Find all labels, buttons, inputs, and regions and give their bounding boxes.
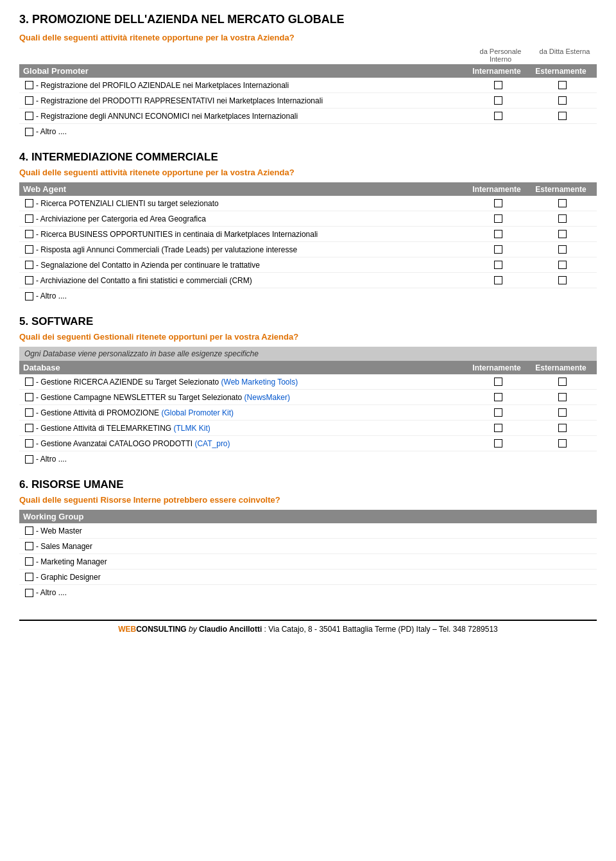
row-plain-4: - Gestione Avanzatai CATALOGO PRODOTTI: [36, 439, 194, 448]
table-row: - Registrazione del PRODOTTI RAPPRESENTA…: [19, 93, 597, 109]
section4-table: Web Agent Internamente Esternamente - Ri…: [19, 182, 597, 304]
wg-row: - Marketing Manager: [19, 554, 597, 570]
check-ext[interactable]: [530, 408, 594, 417]
checkbox[interactable]: [22, 112, 36, 120]
check-int[interactable]: [466, 261, 530, 269]
row-text: - Registrazione del PROFILO AZIENDALE ne…: [36, 81, 466, 90]
section4-question: Quali delle seguenti attività ritenete o…: [19, 168, 597, 177]
section6-table-title: Working Group: [23, 512, 593, 521]
row-text: - Segnalazione del Contatto in Azienda p…: [36, 261, 466, 270]
check-ext[interactable]: [530, 424, 594, 432]
wg-text: - Web Master: [36, 526, 594, 535]
check-int[interactable]: [466, 424, 530, 432]
section4-col-ext: Esternamente: [529, 185, 593, 194]
checkbox[interactable]: [22, 276, 36, 284]
check-int[interactable]: [466, 112, 530, 120]
table-row: - Gestione Campagne NEWSLETTER su Target…: [19, 390, 597, 405]
checkbox[interactable]: [22, 96, 36, 105]
checkbox[interactable]: [22, 526, 36, 535]
section3-title: 3. PROMOZIONE DELL'AZIENDA NEL MERCATO G…: [19, 13, 597, 26]
table-row: - Risposta agli Annunci Commerciali (Tra…: [19, 242, 597, 257]
checkbox[interactable]: [22, 439, 36, 448]
footer: WEBCONSULTING by Claudio Ancillotti : Vi…: [19, 620, 597, 634]
checkbox[interactable]: [22, 261, 36, 269]
check-ext[interactable]: [530, 199, 594, 207]
by-label: by: [189, 625, 199, 634]
footer-address: : Via Catajo, 8 - 35041 Battaglia Terme …: [264, 625, 498, 634]
checkbox[interactable]: [22, 199, 36, 207]
check-ext[interactable]: [530, 378, 594, 386]
check-ext[interactable]: [530, 230, 594, 238]
wg-row: - Web Master: [19, 523, 597, 539]
check-int[interactable]: [466, 378, 530, 386]
check-int[interactable]: [466, 276, 530, 284]
row-link-3: (TLMK Kit): [174, 424, 210, 433]
row-text: - Registrazione del PRODOTTI RAPPRESENTA…: [36, 96, 466, 105]
check-ext[interactable]: [530, 276, 594, 284]
section4-title: 4. INTERMEDIAZIONE COMMERCIALE: [19, 151, 597, 164]
checkbox[interactable]: [22, 557, 36, 566]
table-row: - Ricerca BUSINESS OPPORTUNITIES in cent…: [19, 227, 597, 242]
author-name: Claudio Ancillotti: [199, 625, 262, 634]
section3-header-labels: da Personale Interno da Ditta Esterna: [19, 48, 597, 63]
checkbox[interactable]: [22, 542, 36, 550]
table-row: - Gestione Avanzatai CATALOGO PRODOTTI (…: [19, 436, 597, 451]
section5-table-header: Database Internamente Esternamente: [19, 361, 597, 374]
check-ext[interactable]: [530, 81, 594, 89]
table-row: - Ricerca POTENZIALI CLIENTI su target s…: [19, 196, 597, 211]
check-ext[interactable]: [530, 112, 594, 120]
row-link-4: (CAT_pro): [194, 439, 230, 448]
checkbox[interactable]: [22, 230, 36, 238]
section-4: 4. INTERMEDIAZIONE COMMERCIALE Quali del…: [19, 151, 597, 304]
check-int[interactable]: [466, 393, 530, 401]
row-text: - Gestione Attività di TELEMARKETING (TL…: [36, 424, 466, 433]
section-3: 3. PROMOZIONE DELL'AZIENDA NEL MERCATO G…: [19, 13, 597, 139]
checkbox[interactable]: [22, 292, 36, 300]
checkbox[interactable]: [22, 245, 36, 254]
row-text: - Gestione Campagne NEWSLETTER su Target…: [36, 393, 466, 402]
section5-col-ext: Esternamente: [529, 363, 593, 372]
row-link-1: (NewsMaker): [244, 393, 290, 402]
checkbox[interactable]: [22, 128, 36, 136]
checkbox[interactable]: [22, 424, 36, 432]
check-int[interactable]: [466, 230, 530, 238]
check-int[interactable]: [466, 214, 530, 223]
row-text: - Gestione RICERCA AZIENDE su Target Sel…: [36, 378, 466, 387]
section5-title: 5. SOFTWARE: [19, 315, 597, 328]
checkbox[interactable]: [22, 393, 36, 401]
check-ext[interactable]: [530, 96, 594, 105]
check-int[interactable]: [466, 81, 530, 89]
check-int[interactable]: [466, 408, 530, 417]
check-ext[interactable]: [530, 261, 594, 269]
check-ext[interactable]: [530, 439, 594, 448]
row-text: - Archiviazione per Catergoria ed Area G…: [36, 214, 466, 223]
altro-row: - Altro ....: [19, 124, 597, 139]
check-int[interactable]: [466, 439, 530, 448]
checkbox[interactable]: [22, 455, 36, 464]
check-int[interactable]: [466, 96, 530, 105]
check-ext[interactable]: [530, 393, 594, 401]
section6-table: Working Group - Web Master - Sales Manag…: [19, 510, 597, 600]
consulting-part: CONSULTING: [136, 625, 186, 634]
section5-question: Quali dei seguenti Gestionali ritenete o…: [19, 332, 597, 342]
altro-text: - Altro ....: [36, 455, 594, 464]
checkbox[interactable]: [22, 81, 36, 89]
section3-col-ext: Esternamente: [529, 67, 593, 76]
checkbox[interactable]: [22, 214, 36, 223]
checkbox[interactable]: [22, 573, 36, 581]
label-esterno: da Ditta Esterna: [533, 48, 597, 63]
table-row: - Registrazione degli ANNUNCI ECONOMICI …: [19, 109, 597, 124]
check-ext[interactable]: [530, 214, 594, 223]
section5-table-title: Database: [23, 363, 465, 372]
check-int[interactable]: [466, 199, 530, 207]
check-ext[interactable]: [530, 245, 594, 254]
table-row: - Archiviazione del Contatto a fini stat…: [19, 273, 597, 288]
check-int[interactable]: [466, 245, 530, 254]
checkbox[interactable]: [22, 589, 36, 597]
checkbox[interactable]: [22, 408, 36, 417]
section5-col-int: Internamente: [465, 363, 529, 372]
row-text: - Gestione Avanzatai CATALOGO PRODOTTI (…: [36, 439, 466, 448]
checkbox[interactable]: [22, 378, 36, 386]
wg-row: - Graphic Designer: [19, 570, 597, 585]
table-row: - Gestione RICERCA AZIENDE su Target Sel…: [19, 374, 597, 390]
